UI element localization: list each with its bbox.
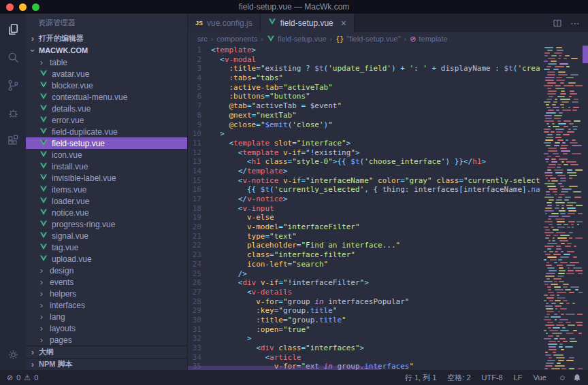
tree-item-label: details.vue — [52, 104, 91, 114]
tree-item-progress-ring.vue[interactable]: progress-ring.vue — [26, 218, 187, 230]
minimize-window-button[interactable] — [19, 3, 27, 11]
vue-logo-icon — [39, 93, 48, 101]
tree-item-label: field-setup.vue — [52, 139, 105, 148]
code-line: 9 @close="$emit('close')" — [188, 120, 540, 130]
tree-item-design[interactable]: ›design — [26, 265, 187, 276]
source-control-icon[interactable] — [5, 78, 20, 93]
tree-item-tag.vue[interactable]: tag.vue — [26, 241, 187, 253]
tree-item-label: error.vue — [52, 116, 84, 125]
line-number: 29 — [188, 306, 211, 316]
split-editor-icon[interactable] — [553, 18, 562, 28]
tree-item-notice.vue[interactable]: notice.vue — [26, 207, 187, 218]
open-editors-section[interactable]: › 打开的编辑器 — [26, 32, 187, 44]
sidebar-bottom-sections: › 大纲 › NPM 脚本 — [26, 346, 187, 370]
close-icon[interactable]: × — [341, 18, 346, 28]
status-indentation[interactable]: 空格: 2 — [447, 373, 470, 383]
chevron-right-icon: › — [37, 324, 46, 333]
window-title: field-setup.vue — MacWk.com — [0, 2, 588, 12]
breadcrumb-item[interactable]: components — [216, 35, 257, 43]
status-eol[interactable]: LF — [514, 373, 523, 382]
breadcrumb-item[interactable]: field-setup.vue — [267, 35, 327, 43]
vue-file-icon — [39, 139, 48, 147]
vue-logo-icon — [39, 70, 48, 78]
tree-item-install.vue[interactable]: install.vue — [26, 161, 187, 172]
code-line: 3 :title="existing ? $t('update_field') … — [188, 64, 540, 73]
outline-section[interactable]: › 大纲 — [26, 346, 187, 358]
code-line: 30 :title="group.title" — [188, 316, 540, 325]
line-number: 19 — [188, 213, 211, 222]
code-line: 26 <div v-if="!interfaceFilter"> — [188, 278, 540, 288]
problems-indicator[interactable]: ⊘ 0 ⚠ 0 — [7, 373, 38, 382]
extensions-icon[interactable] — [5, 133, 20, 148]
tree-item-field-setup.vue[interactable]: field-setup.vue — [26, 137, 187, 149]
maximize-window-button[interactable] — [32, 3, 39, 11]
line-number: 12 — [188, 148, 211, 158]
code-line: 5 :active-tab="activeTab" — [188, 83, 540, 93]
tree-item-layouts[interactable]: ›layouts — [26, 322, 187, 334]
code-line: 32 > — [188, 334, 540, 344]
tab-vue.config.js[interactable]: JSvue.config.js — [188, 14, 261, 32]
code-line: 14 </template> — [188, 167, 540, 176]
breadcrumb: src›components›field-setup.vue›{}"field-… — [188, 32, 588, 46]
more-actions-icon[interactable]: ⋯ — [570, 18, 580, 29]
tree-item-invisible-label.vue[interactable]: invisible-label.vue — [26, 172, 187, 184]
line-number: 18 — [188, 204, 211, 214]
symbol-object-icon: {} — [336, 35, 344, 43]
npm-scripts-section[interactable]: › NPM 脚本 — [26, 358, 187, 370]
editor-actions: ⋯ — [553, 14, 588, 32]
minimap[interactable] — [543, 46, 583, 370]
tree-item-error.vue[interactable]: error.vue — [26, 114, 187, 126]
vue-file-icon — [39, 232, 48, 239]
notifications-bell-icon[interactable] — [573, 373, 581, 382]
line-number: 1 — [188, 46, 211, 55]
workspace-root-section[interactable]: › MACWK.COM — [26, 44, 187, 56]
line-number: 20 — [188, 222, 211, 232]
horizontal-scrollbar[interactable] — [188, 366, 380, 370]
breadcrumb-item[interactable]: ⊘template — [410, 35, 447, 44]
close-window-button[interactable] — [6, 3, 14, 11]
status-cursor-position[interactable]: 行 1, 列 1 — [405, 373, 436, 383]
chevron-right-icon: › — [37, 278, 46, 286]
code-line: 31 :open="true" — [188, 325, 540, 335]
tree-item-field-duplicate.vue[interactable]: field-duplicate.vue — [26, 126, 187, 137]
tree-item-lang[interactable]: ›lang — [26, 311, 187, 322]
breadcrumb-item[interactable]: {}"field-setup.vue" — [336, 35, 400, 43]
status-right-list: 行 1, 列 1空格: 2UTF-8LFVue — [405, 373, 546, 383]
tree-item-contextual-menu.vue[interactable]: contextual-menu.vue — [26, 91, 187, 103]
tree-item-avatar.vue[interactable]: avatar.vue — [26, 68, 187, 80]
tree-item-events[interactable]: ›events — [26, 276, 187, 288]
tree-item-table[interactable]: ›table — [26, 56, 187, 68]
code-line: 24 icon-left="search" — [188, 260, 540, 269]
vue-file-icon — [39, 70, 48, 78]
scrollbar-thumb[interactable] — [583, 46, 588, 63]
line-number: 6 — [188, 92, 211, 101]
tree-item-interfaces[interactable]: ›interfaces — [26, 299, 187, 311]
code-editor[interactable]: 1<template>2 <v-modal3 :title="existing … — [188, 46, 588, 370]
tree-item-items.vue[interactable]: items.vue — [26, 184, 187, 195]
js-file-icon: JS — [195, 20, 203, 27]
line-number: 13 — [188, 157, 211, 167]
chevron-right-icon: › — [37, 289, 46, 298]
feedback-smiley-icon[interactable]: ☺ — [559, 373, 566, 382]
tab-field-setup.vue[interactable]: field-setup.vue× — [261, 14, 355, 32]
chevron-down-icon: › — [29, 46, 37, 54]
tree-item-label: design — [50, 266, 74, 275]
explorer-icon[interactable] — [5, 22, 20, 37]
tree-item-blocker.vue[interactable]: blocker.vue — [26, 80, 187, 91]
tree-item-upload.vue[interactable]: upload.vue — [26, 253, 187, 265]
tree-item-icon.vue[interactable]: icon.vue — [26, 149, 187, 161]
tree-item-helpers[interactable]: ›helpers — [26, 288, 187, 299]
breadcrumb-item[interactable]: src — [197, 35, 208, 43]
vertical-scrollbar[interactable] — [583, 46, 588, 370]
settings-gear-icon[interactable] — [5, 347, 20, 362]
breadcrumb-separator: › — [261, 35, 263, 43]
tree-item-label: items.vue — [52, 185, 86, 195]
status-language-mode[interactable]: Vue — [534, 373, 546, 382]
debug-icon[interactable] — [5, 105, 20, 120]
tree-item-details.vue[interactable]: details.vue — [26, 103, 187, 114]
search-icon[interactable] — [5, 50, 20, 65]
tree-item-loader.vue[interactable]: loader.vue — [26, 195, 187, 207]
status-encoding[interactable]: UTF-8 — [482, 373, 503, 382]
tree-item-pages[interactable]: ›pages — [26, 334, 187, 346]
tree-item-signal.vue[interactable]: signal.vue — [26, 230, 187, 241]
